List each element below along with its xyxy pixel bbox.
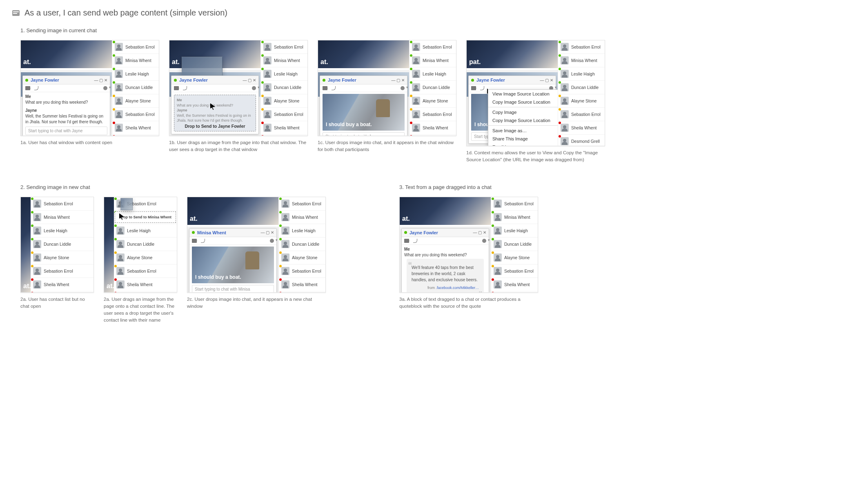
window-controls[interactable]: — ▢ ✕ <box>243 78 256 82</box>
contact-row[interactable]: Desmond Grell <box>114 291 177 293</box>
chat-window[interactable]: Jayne Fowler — ▢ ✕ MeWhat are you doing … <box>171 76 259 134</box>
chat-input[interactable]: Start typing to chat with Minisa <box>192 285 274 292</box>
menu-view-image-source[interactable]: View Image Source Location <box>488 90 558 98</box>
contact-row[interactable]: Sebastion Errol <box>31 264 93 278</box>
contact-row[interactable]: Sebastion Errol <box>279 264 325 278</box>
contact-row[interactable]: Minisa Whent <box>279 211 325 224</box>
chat-header[interactable]: Jayne Fowler — ▢ ✕ <box>320 76 407 84</box>
contact-row[interactable]: Duncan Liddle <box>112 81 159 94</box>
menu-copy-image-source-2[interactable]: Copy Image Source Location <box>488 116 558 124</box>
chat-header[interactable]: Jayne Fowler — ▢ ✕ <box>402 229 489 237</box>
contact-row[interactable]: Sebastion Errol <box>114 264 177 278</box>
chat-window[interactable]: Jayne Fowler — ▢ ✕ I should buy a boat. … <box>320 76 407 136</box>
video-icon[interactable] <box>323 86 327 90</box>
menu-share-image[interactable]: Share This Image <box>488 135 558 143</box>
window-controls[interactable]: — ▢ ✕ <box>473 230 486 235</box>
contact-row[interactable]: Minisa Whent <box>558 54 605 67</box>
contact-row[interactable]: Sebastion Errol <box>261 108 307 121</box>
contact-row[interactable]: Leslie Haigh <box>410 67 456 81</box>
contact-row[interactable]: Sebastion Errol <box>410 108 456 121</box>
contact-row[interactable]: Minisa Whent <box>491 211 538 224</box>
phone-icon[interactable] <box>413 239 417 243</box>
contact-row[interactable]: Leslie Haigh <box>31 224 93 238</box>
contact-row[interactable]: Desmond Grell <box>261 135 307 136</box>
contact-row[interactable]: Minisa WhentDrop to Send to Minisa Whent <box>114 211 177 224</box>
contact-row[interactable]: Sheila Whent <box>114 278 177 291</box>
contact-row[interactable]: Desmond Grell <box>279 291 325 293</box>
chat-header[interactable]: Jayne Fowler — ▢ ✕ <box>469 76 556 84</box>
contact-row[interactable]: Sheila Whent <box>279 278 325 291</box>
context-menu[interactable]: View Image Source Location Copy Image So… <box>488 89 558 146</box>
contact-row[interactable]: Duncan Liddle <box>114 238 177 251</box>
contact-row[interactable]: Desmond Grell <box>112 135 159 136</box>
contact-row[interactable]: Alayne Stone <box>491 251 538 264</box>
contact-row[interactable]: Leslie Haigh <box>279 224 325 238</box>
contact-row[interactable]: Leslie Haigh <box>114 224 177 238</box>
contact-row[interactable]: Leslie Haigh <box>261 67 307 81</box>
contact-row[interactable]: Sebastion Errol <box>112 40 159 54</box>
contact-row[interactable]: Sebastion Errol <box>279 197 325 211</box>
window-controls[interactable]: — ▢ ✕ <box>540 78 553 82</box>
contact-row[interactable]: Alayne Stone <box>279 251 325 264</box>
menu-email-image[interactable]: Email Image… <box>488 143 558 146</box>
chat-header[interactable]: Minisa Whent — ▢ ✕ <box>189 229 276 237</box>
menu-copy-image-source[interactable]: Copy Image Source Location <box>488 98 558 106</box>
contact-row[interactable]: Alayne Stone <box>558 94 605 108</box>
contact-drop-target[interactable]: Drop to Send to Minisa Whent <box>115 211 176 223</box>
gear-icon[interactable] <box>401 86 405 90</box>
phone-icon[interactable] <box>480 86 484 90</box>
contact-row[interactable]: Sebastion Errol <box>31 197 93 211</box>
contact-row[interactable]: Duncan Liddle <box>261 81 307 94</box>
video-icon[interactable] <box>471 86 476 90</box>
chat-window[interactable]: Jayne Fowler — ▢ ✕ Me What are you doing… <box>22 76 110 136</box>
contact-row[interactable]: Sebastion Errol <box>558 40 605 54</box>
contact-row[interactable]: Duncan Liddle <box>558 81 605 94</box>
video-icon[interactable] <box>192 239 197 243</box>
video-icon[interactable] <box>25 86 30 90</box>
contact-row[interactable]: Sebastion Errol <box>261 40 307 54</box>
window-controls[interactable]: — ▢ ✕ <box>94 78 107 82</box>
contact-row[interactable]: Duncan Liddle <box>410 81 456 94</box>
phone-icon[interactable] <box>34 86 38 90</box>
chat-input[interactable]: Start typing to chat with Jayne <box>25 127 107 135</box>
chat-window[interactable]: Jayne Fowler — ▢ ✕ Me What are you doing… <box>401 228 489 292</box>
phone-icon[interactable] <box>183 86 187 90</box>
contact-row[interactable]: Desmond Grell <box>558 135 605 146</box>
contact-row[interactable]: Minisa Whent <box>112 54 159 67</box>
gear-icon[interactable] <box>482 239 486 243</box>
contact-row[interactable]: Duncan Liddle <box>31 238 93 251</box>
contact-row[interactable]: Sheila Whent <box>31 278 93 291</box>
gear-icon[interactable] <box>270 239 274 243</box>
contact-row[interactable]: Alayne Stone <box>410 94 456 108</box>
menu-save-image-as[interactable]: Save Image as… <box>488 127 558 135</box>
contact-row[interactable]: Sebastion Errol <box>491 197 538 211</box>
gear-icon[interactable] <box>252 86 256 90</box>
chat-header[interactable]: Jayne Fowler — ▢ ✕ <box>171 76 258 84</box>
phone-icon[interactable] <box>201 239 205 243</box>
contact-row[interactable]: Desmond Grell <box>31 291 93 293</box>
contact-row[interactable]: Alayne Stone <box>261 94 307 108</box>
phone-icon[interactable] <box>332 86 336 90</box>
contact-row[interactable]: Sebastion Errol <box>558 108 605 121</box>
video-icon[interactable] <box>174 86 179 90</box>
contact-row[interactable]: Sebastion Errol <box>410 40 456 54</box>
contact-row[interactable]: Desmond Grell <box>491 291 538 293</box>
window-controls[interactable]: — ▢ ✕ <box>260 230 274 235</box>
contact-row[interactable]: Duncan Liddle <box>279 238 325 251</box>
contact-row[interactable]: Minisa Whent <box>410 54 456 67</box>
chat-header[interactable]: Jayne Fowler — ▢ ✕ <box>23 76 110 84</box>
contact-row[interactable]: Leslie Haigh <box>558 67 605 81</box>
contact-row[interactable]: Sheila Whent <box>112 121 159 135</box>
window-controls[interactable]: — ▢ ✕ <box>391 78 405 82</box>
contact-row[interactable]: Desmond Grell <box>410 135 456 136</box>
video-icon[interactable] <box>404 239 409 243</box>
contact-row[interactable]: Sheila Whent <box>558 121 605 135</box>
contact-row[interactable]: Leslie Haigh <box>491 224 538 238</box>
contact-row[interactable]: Alayne Stone <box>31 251 93 264</box>
contact-row[interactable]: Minisa Whent <box>261 54 307 67</box>
drop-target[interactable]: MeWhat are you doing this weekend? Jayne… <box>174 95 256 131</box>
sent-image[interactable]: I should buy a boat. <box>323 94 405 131</box>
chat-input[interactable]: Start typing to chat with Jayne <box>323 132 405 136</box>
contact-row[interactable]: Leslie Haigh <box>112 67 159 81</box>
quote-source-link[interactable]: .facebook.com/Mikkeller… <box>436 286 479 290</box>
